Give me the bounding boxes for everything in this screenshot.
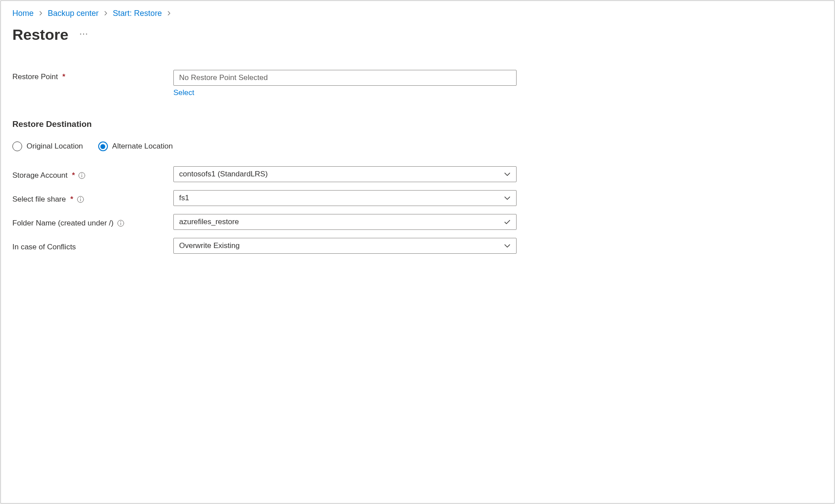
required-star-icon: * bbox=[72, 171, 75, 180]
restore-point-row: Restore Point * No Restore Point Selecte… bbox=[12, 70, 823, 97]
more-actions-icon[interactable]: ⋯ bbox=[79, 28, 89, 42]
info-icon[interactable] bbox=[77, 196, 84, 203]
svg-point-2 bbox=[82, 174, 82, 174]
restore-point-label: Restore Point * bbox=[12, 70, 173, 81]
chevron-right-icon bbox=[38, 9, 43, 18]
storage-account-select[interactable]: contosofs1 (StandardLRS) bbox=[173, 166, 517, 182]
storage-account-value: contosofs1 (StandardLRS) bbox=[179, 170, 504, 179]
conflicts-label: In case of Conflicts bbox=[12, 240, 173, 252]
folder-name-row: Folder Name (created under /) azurefiles… bbox=[12, 214, 823, 230]
chevron-right-icon bbox=[166, 9, 172, 18]
radio-original-location[interactable]: Original Location bbox=[12, 141, 83, 151]
svg-point-8 bbox=[120, 221, 121, 222]
restore-point-value: No Restore Point Selected bbox=[179, 73, 268, 82]
title-row: Restore ⋯ bbox=[12, 26, 823, 43]
conflicts-label-text: In case of Conflicts bbox=[12, 243, 76, 252]
radio-original-location-label: Original Location bbox=[27, 142, 83, 151]
radio-alternate-location[interactable]: Alternate Location bbox=[98, 141, 173, 151]
restore-destination-heading: Restore Destination bbox=[12, 119, 823, 129]
folder-name-value: azurefiles_restore bbox=[179, 218, 504, 226]
required-star-icon: * bbox=[62, 73, 65, 81]
folder-name-label: Folder Name (created under /) bbox=[12, 216, 173, 228]
info-icon[interactable] bbox=[117, 220, 124, 227]
chevron-down-icon bbox=[504, 242, 511, 249]
folder-name-input[interactable]: azurefiles_restore bbox=[173, 214, 517, 230]
select-restore-point-link[interactable]: Select bbox=[173, 88, 194, 97]
restore-page: Home Backup center Start: Restore Restor… bbox=[0, 0, 835, 504]
conflicts-select[interactable]: Overwrite Existing bbox=[173, 238, 517, 254]
restore-point-label-text: Restore Point bbox=[12, 73, 58, 81]
restore-point-input[interactable]: No Restore Point Selected bbox=[173, 70, 517, 86]
file-share-select[interactable]: fs1 bbox=[173, 190, 517, 206]
storage-account-label: Storage Account * bbox=[12, 168, 173, 180]
radio-icon bbox=[12, 141, 22, 151]
svg-point-5 bbox=[80, 198, 80, 198]
restore-destination-radio-group: Original Location Alternate Location bbox=[12, 141, 823, 151]
conflicts-value: Overwrite Existing bbox=[179, 241, 504, 250]
checkmark-icon bbox=[504, 218, 511, 225]
storage-account-label-text: Storage Account bbox=[12, 171, 68, 180]
breadcrumb-backup-center[interactable]: Backup center bbox=[48, 9, 99, 18]
file-share-value: fs1 bbox=[179, 194, 504, 202]
breadcrumb: Home Backup center Start: Restore bbox=[12, 9, 823, 18]
file-share-label: Select file share * bbox=[12, 192, 173, 204]
chevron-down-icon bbox=[504, 171, 511, 178]
folder-name-label-text: Folder Name (created under /) bbox=[12, 219, 114, 228]
file-share-row: Select file share * fs1 bbox=[12, 190, 823, 206]
page-title: Restore bbox=[12, 26, 69, 43]
chevron-right-icon bbox=[103, 9, 108, 18]
radio-alternate-location-label: Alternate Location bbox=[112, 142, 173, 151]
radio-icon bbox=[98, 141, 108, 151]
info-icon[interactable] bbox=[78, 172, 85, 179]
conflicts-row: In case of Conflicts Overwrite Existing bbox=[12, 238, 823, 254]
breadcrumb-start-restore[interactable]: Start: Restore bbox=[113, 9, 162, 18]
storage-account-row: Storage Account * contosofs1 (StandardLR… bbox=[12, 166, 823, 182]
required-star-icon: * bbox=[70, 195, 73, 204]
chevron-down-icon bbox=[504, 195, 511, 202]
breadcrumb-home[interactable]: Home bbox=[12, 9, 34, 18]
file-share-label-text: Select file share bbox=[12, 195, 66, 204]
